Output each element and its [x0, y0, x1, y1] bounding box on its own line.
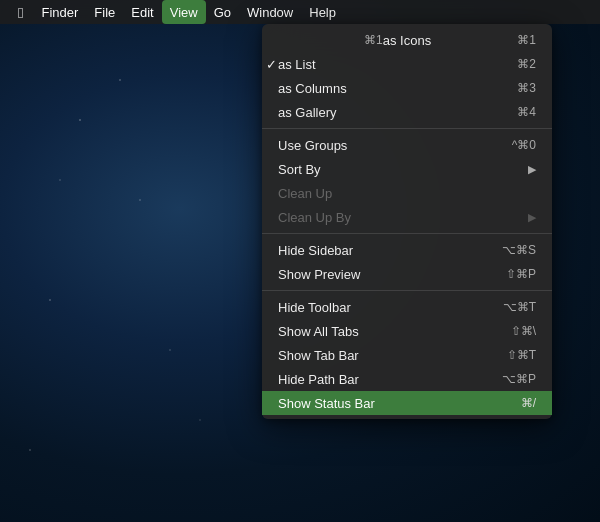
desktop:  Finder File Edit View Go Window Help ⌘… [0, 0, 600, 522]
as-list-label: as List [278, 57, 316, 72]
sort-by-label: Sort By [278, 162, 321, 177]
use-groups-label: Use Groups [278, 138, 347, 153]
view-dropdown-menu: ⌘1 as Icons ⌘1 ✓ as List ⌘2 as Columns ⌘… [262, 24, 552, 419]
hide-toolbar-label: Hide Toolbar [278, 300, 351, 315]
menu-item-use-groups[interactable]: Use Groups ^⌘0 [262, 133, 552, 157]
as-list-checkmark: ✓ [266, 57, 277, 72]
help-menu[interactable]: Help [301, 0, 344, 24]
separator-1 [262, 128, 552, 129]
as-gallery-label: as Gallery [278, 105, 337, 120]
view-menu[interactable]: View [162, 0, 206, 24]
menu-item-clean-up-by[interactable]: Clean Up By ▶ [262, 205, 552, 229]
as-icons-shortcut: ⌘1 [364, 33, 383, 47]
menu-item-sort-by[interactable]: Sort By ▶ [262, 157, 552, 181]
show-preview-label: Show Preview [278, 267, 360, 282]
hide-path-bar-shortcut: ⌥⌘P [502, 372, 536, 386]
as-columns-shortcut: ⌘3 [517, 81, 536, 95]
edit-menu[interactable]: Edit [123, 0, 161, 24]
as-icons-shortcut-display: ⌘1 [517, 33, 536, 47]
as-list-shortcut: ⌘2 [517, 57, 536, 71]
menu-item-as-list[interactable]: ✓ as List ⌘2 [262, 52, 552, 76]
menu-item-hide-toolbar[interactable]: Hide Toolbar ⌥⌘T [262, 295, 552, 319]
menu-item-show-preview[interactable]: Show Preview ⇧⌘P [262, 262, 552, 286]
hide-sidebar-shortcut: ⌥⌘S [502, 243, 536, 257]
separator-2 [262, 233, 552, 234]
menubar:  Finder File Edit View Go Window Help [0, 0, 600, 24]
as-gallery-shortcut: ⌘4 [517, 105, 536, 119]
show-all-tabs-label: Show All Tabs [278, 324, 359, 339]
menu-item-show-all-tabs[interactable]: Show All Tabs ⇧⌘\ [262, 319, 552, 343]
menu-item-show-status-bar[interactable]: Show Status Bar ⌘/ [262, 391, 552, 415]
clean-up-by-arrow: ▶ [528, 211, 536, 224]
menu-item-as-gallery[interactable]: as Gallery ⌘4 [262, 100, 552, 124]
finder-menu[interactable]: Finder [33, 0, 86, 24]
show-tab-bar-label: Show Tab Bar [278, 348, 359, 363]
show-all-tabs-shortcut: ⇧⌘\ [511, 324, 536, 338]
apple-menu[interactable]:  [8, 0, 33, 24]
show-preview-shortcut: ⇧⌘P [506, 267, 536, 281]
menu-item-hide-path-bar[interactable]: Hide Path Bar ⌥⌘P [262, 367, 552, 391]
as-columns-label: as Columns [278, 81, 347, 96]
go-menu[interactable]: Go [206, 0, 239, 24]
show-tab-bar-shortcut: ⇧⌘T [507, 348, 536, 362]
menu-item-hide-sidebar[interactable]: Hide Sidebar ⌥⌘S [262, 238, 552, 262]
menu-item-as-columns[interactable]: as Columns ⌘3 [262, 76, 552, 100]
hide-sidebar-label: Hide Sidebar [278, 243, 353, 258]
file-menu[interactable]: File [86, 0, 123, 24]
hide-toolbar-shortcut: ⌥⌘T [503, 300, 536, 314]
use-groups-shortcut: ^⌘0 [512, 138, 536, 152]
menu-item-show-tab-bar[interactable]: Show Tab Bar ⇧⌘T [262, 343, 552, 367]
sort-by-arrow: ▶ [528, 163, 536, 176]
show-status-bar-label: Show Status Bar [278, 396, 375, 411]
window-menu[interactable]: Window [239, 0, 301, 24]
menu-item-as-icons[interactable]: ⌘1 as Icons ⌘1 [262, 28, 552, 52]
clean-up-label: Clean Up [278, 186, 332, 201]
as-icons-label: as Icons [383, 33, 431, 48]
clean-up-by-label: Clean Up By [278, 210, 351, 225]
show-status-bar-shortcut: ⌘/ [521, 396, 536, 410]
menu-item-clean-up[interactable]: Clean Up [262, 181, 552, 205]
hide-path-bar-label: Hide Path Bar [278, 372, 359, 387]
separator-3 [262, 290, 552, 291]
